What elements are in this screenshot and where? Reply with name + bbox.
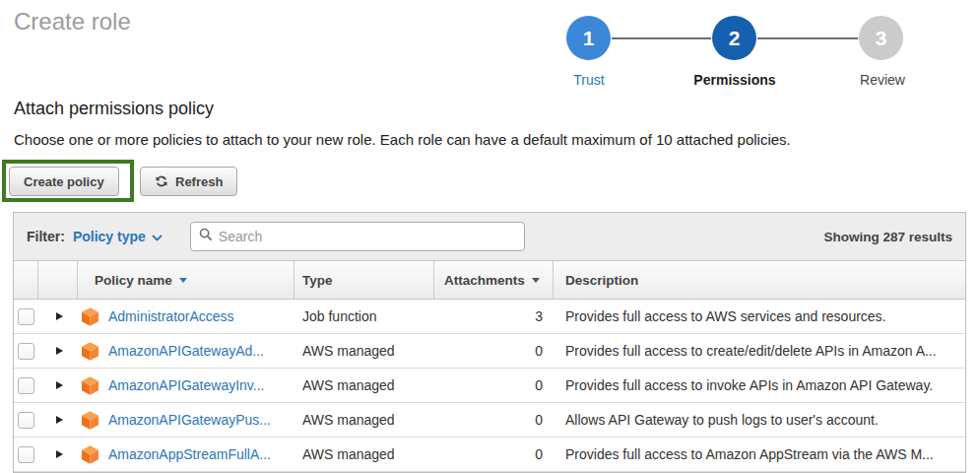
- row-checkbox[interactable]: [18, 412, 34, 429]
- policy-name-link[interactable]: AmazonAPIGatewayPus...: [108, 412, 271, 428]
- search-input[interactable]: [219, 229, 516, 244]
- row-checkbox[interactable]: [18, 446, 34, 463]
- step-2-permissions-label: Permissions: [676, 72, 794, 88]
- policy-type-filter-dropdown[interactable]: Policy type: [73, 229, 163, 244]
- step-connector: [612, 37, 711, 39]
- row-checkbox-cell: [14, 300, 38, 333]
- create-role-page: Create role 1 2 3 Trust Permissions Revi…: [0, 0, 980, 473]
- policy-type-cell: AWS managed: [294, 369, 434, 402]
- results-count: Showing 287 results: [823, 230, 952, 244]
- policy-description-cell: Provides full access to invoke APIs in A…: [554, 369, 965, 402]
- policy-name-cell: AdministratorAccess: [78, 300, 294, 333]
- section-description: Choose one or more policies to attach to…: [14, 131, 791, 148]
- row-expand-cell: [38, 369, 78, 402]
- row-checkbox-cell: [14, 438, 38, 471]
- policy-type-cell: AWS managed: [294, 334, 434, 368]
- section-title: Attach permissions policy: [14, 99, 214, 119]
- step-1-trust-label[interactable]: Trust: [530, 72, 648, 88]
- policy-cube-icon: [82, 376, 98, 395]
- sort-desc-icon: [179, 278, 187, 283]
- description-header-label: Description: [565, 273, 638, 288]
- policy-type-filter-label: Policy type: [73, 229, 146, 244]
- column-header-policy-name[interactable]: Policy name: [78, 261, 294, 299]
- policy-name-cell: AmazonAppStreamFullA...: [78, 438, 294, 471]
- policies-table: Filter: Policy type Showing 287 results …: [13, 212, 966, 473]
- policy-attachments-cell: 0: [434, 438, 554, 471]
- row-checkbox-cell: [14, 369, 38, 402]
- column-header-attachments[interactable]: Attachments: [434, 261, 554, 299]
- step-1-trust-circle[interactable]: 1: [566, 16, 611, 60]
- row-expand-cell: [38, 334, 78, 368]
- policy-name-cell: AmazonAPIGatewayPus...: [78, 403, 294, 437]
- row-expand-cell: [38, 438, 78, 471]
- table-row: AmazonAppStreamFullA... AWS managed 0 Pr…: [14, 438, 965, 472]
- step-3-review-circle: 3: [859, 16, 903, 60]
- table-row: AmazonAPIGatewayPus... AWS managed 0 All…: [14, 403, 965, 438]
- policy-description-cell: Provides full access to create/edit/dele…: [554, 334, 965, 368]
- policy-cube-icon: [82, 307, 98, 326]
- filter-label: Filter:: [27, 229, 65, 244]
- row-expand-cell: [38, 300, 78, 333]
- expand-row-icon[interactable]: [56, 450, 63, 458]
- table-header: Policy name Type Attachments Description: [14, 261, 965, 300]
- policy-name-link[interactable]: AmazonAPIGatewayInv...: [108, 377, 264, 393]
- header-checkbox-column: [14, 261, 38, 299]
- column-header-type[interactable]: Type: [294, 261, 434, 299]
- refresh-icon: [155, 174, 168, 188]
- page-title: Create role: [14, 8, 131, 35]
- policy-attachments-cell: 0: [434, 369, 554, 402]
- header-expand-column: [38, 261, 78, 299]
- row-checkbox-cell: [14, 403, 38, 437]
- policy-type-cell: AWS managed: [294, 438, 434, 471]
- filter-bar: Filter: Policy type Showing 287 results: [14, 213, 965, 261]
- table-row: AmazonAPIGatewayAd... AWS managed 0 Prov…: [14, 334, 965, 369]
- policy-name-link[interactable]: AmazonAPIGatewayAd...: [108, 343, 264, 359]
- expand-row-icon[interactable]: [56, 347, 63, 355]
- row-checkbox[interactable]: [18, 308, 34, 325]
- policy-description-cell: Allows API Gateway to push logs to user'…: [554, 403, 965, 437]
- row-checkbox[interactable]: [18, 343, 34, 360]
- step-connector: [757, 37, 858, 39]
- create-policy-button[interactable]: Create policy: [9, 167, 119, 196]
- policy-cube-icon: [82, 411, 98, 430]
- policy-name-cell: AmazonAPIGatewayInv...: [78, 369, 294, 402]
- table-row: AmazonAPIGatewayInv... AWS managed 0 Pro…: [14, 369, 965, 403]
- policy-description-cell: Provides full access to AWS services and…: [554, 300, 965, 333]
- policy-cube-icon: [82, 342, 98, 361]
- sort-desc-icon: [532, 278, 540, 283]
- table-row: AdministratorAccess Job function 3 Provi…: [14, 300, 965, 334]
- refresh-button-label: Refresh: [175, 174, 223, 189]
- policy-attachments-cell: 0: [434, 334, 554, 368]
- policy-name-link[interactable]: AmazonAppStreamFullA...: [108, 446, 271, 462]
- expand-row-icon[interactable]: [56, 416, 63, 424]
- row-checkbox-cell: [14, 334, 38, 368]
- policy-attachments-cell: 3: [434, 300, 554, 333]
- type-header-label: Type: [302, 273, 333, 288]
- expand-row-icon[interactable]: [56, 312, 63, 320]
- table-body: AdministratorAccess Job function 3 Provi…: [14, 300, 965, 472]
- step-3-review-label: Review: [823, 72, 942, 88]
- attachments-header-label: Attachments: [444, 273, 525, 288]
- policy-name-header-label: Policy name: [95, 273, 172, 288]
- policy-name-link[interactable]: AdministratorAccess: [108, 308, 234, 324]
- column-header-description[interactable]: Description: [554, 261, 965, 299]
- search-icon: [199, 228, 213, 245]
- chevron-down-icon: [152, 229, 163, 244]
- expand-row-icon[interactable]: [56, 381, 63, 389]
- policy-attachments-cell: 0: [434, 403, 554, 437]
- row-checkbox[interactable]: [18, 377, 34, 394]
- policy-cube-icon: [82, 445, 98, 464]
- policy-description-cell: Provides full access to Amazon AppStream…: [554, 438, 965, 471]
- search-box[interactable]: [190, 222, 525, 251]
- refresh-button[interactable]: Refresh: [140, 167, 237, 196]
- row-expand-cell: [38, 403, 78, 437]
- policy-name-cell: AmazonAPIGatewayAd...: [78, 334, 294, 368]
- step-2-permissions-circle[interactable]: 2: [712, 16, 756, 60]
- policy-type-cell: Job function: [294, 300, 434, 333]
- policy-type-cell: AWS managed: [294, 403, 434, 437]
